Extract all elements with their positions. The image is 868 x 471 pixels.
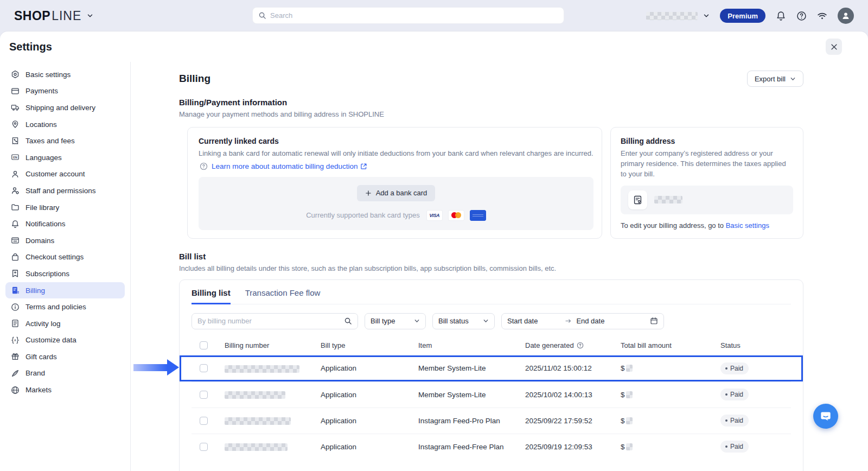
select-all-checkbox[interactable] — [200, 341, 208, 349]
row-checkbox[interactable] — [200, 391, 208, 399]
amount-redacted — [626, 391, 633, 398]
chat-support-button[interactable] — [813, 404, 838, 429]
folder-icon — [11, 203, 20, 212]
sidebar-item-subscriptions[interactable]: Subscriptions — [5, 265, 125, 282]
sidebar-item-label: Billing — [25, 287, 45, 295]
cell-amount-prefix: $ — [621, 391, 625, 399]
global-search[interactable] — [252, 7, 564, 24]
sidebar-item-brand[interactable]: Brand — [5, 365, 125, 382]
truck-icon — [11, 103, 20, 112]
basic-settings-link[interactable]: Basic settings — [726, 221, 769, 230]
sidebar-item-taxes[interactable]: Taxes and fees — [5, 132, 125, 149]
billing-number-search[interactable] — [192, 313, 358, 329]
bill-status-select[interactable]: Bill status — [432, 313, 495, 329]
col-bill-type: Bill type — [321, 341, 418, 349]
sidebar-item-terms-policies[interactable]: Terms and policies — [5, 298, 125, 315]
table-row-highlighted[interactable]: Application Member System-Lite 2025/11/0… — [180, 355, 803, 381]
billing-address-redacted — [654, 196, 682, 203]
billing-number-search-input[interactable] — [197, 317, 344, 325]
cell-date-generated: 2025/11/02 15:00:12 — [525, 364, 621, 372]
bill-list-tabs: Billing list Transaction Fee flow — [192, 288, 791, 304]
learn-more-link[interactable]: Learn more about automatic billing deduc… — [212, 162, 367, 170]
tab-transaction-fee-flow[interactable]: Transaction Fee flow — [245, 288, 321, 304]
visa-logo: VISA — [426, 210, 443, 221]
add-bank-card-button[interactable]: Add a bank card — [357, 185, 436, 201]
row-checkbox[interactable] — [200, 364, 208, 372]
table-row[interactable]: Application Instagram Feed-Free Plan 202… — [192, 434, 791, 460]
close-settings-button[interactable] — [826, 39, 842, 55]
cell-bill-type: Application — [321, 417, 418, 425]
row-checkbox[interactable] — [200, 443, 208, 451]
sidebar-item-label: Brand — [25, 369, 45, 377]
settings-sidebar: Basic settings Payments Shipping and del… — [0, 62, 131, 471]
question-circle-icon[interactable] — [577, 342, 584, 349]
user-avatar[interactable] — [838, 8, 854, 24]
shopping-bag-icon — [11, 253, 20, 262]
shopline-logo[interactable]: SHOPLINE — [14, 9, 93, 23]
sidebar-item-languages[interactable]: Languages — [5, 149, 125, 166]
billing-number-redacted — [225, 365, 299, 373]
bill-list-card: Billing list Transaction Fee flow Bill t… — [179, 279, 803, 471]
sidebar-item-domains[interactable]: Domains — [5, 232, 125, 249]
payment-info-subtitle: Manage your payment methods and billing … — [179, 110, 803, 118]
premium-badge[interactable]: Premium — [720, 9, 765, 23]
sidebar-item-notifications[interactable]: Notifications — [5, 215, 125, 232]
store-switcher[interactable] — [646, 12, 710, 20]
sidebar-item-label: Customer account — [25, 170, 85, 178]
sidebar-item-label: Activity log — [25, 320, 61, 328]
cell-bill-type: Application — [321, 443, 418, 451]
sidebar-item-activity-log[interactable]: Activity log — [5, 315, 125, 332]
sidebar-item-billing[interactable]: Billing — [5, 282, 125, 299]
linked-cards-title: Currently linked cards — [199, 137, 593, 145]
plus-icon — [365, 190, 372, 196]
logo-text-bold: SHOP — [14, 9, 50, 23]
bill-type-label: Bill type — [371, 317, 395, 325]
sidebar-item-file-library[interactable]: File library — [5, 199, 125, 216]
annotation-arrow — [133, 359, 179, 375]
row-checkbox[interactable] — [200, 417, 208, 425]
sidebar-item-locations[interactable]: Locations — [5, 116, 125, 133]
billing-content: Billing Export bill Billing/Payment info… — [131, 62, 868, 471]
cell-item: Member System-Lite — [418, 391, 525, 399]
table-row[interactable]: Application Member System-Lite 2025/10/0… — [192, 381, 791, 408]
chevron-down-icon — [414, 318, 420, 324]
date-range-picker[interactable]: Start date End date — [501, 313, 664, 329]
edit-address-hint: To edit your billing address, go to — [621, 221, 724, 230]
sidebar-item-staff-permissions[interactable]: Staff and permissions — [5, 182, 125, 199]
premium-label: Premium — [727, 12, 758, 20]
sidebar-item-basic-settings[interactable]: Basic settings — [5, 66, 125, 83]
sidebar-item-markets[interactable]: Markets — [5, 381, 125, 398]
sidebar-item-checkout-settings[interactable]: Checkout settings — [5, 249, 125, 266]
cell-date-generated: 2025/09/22 17:59:52 — [525, 417, 621, 425]
sidebar-item-customer-account[interactable]: Customer account — [5, 166, 125, 183]
help-icon[interactable] — [796, 11, 807, 21]
calendar-icon — [650, 317, 658, 325]
sidebar-item-customize-data[interactable]: Customize data — [5, 332, 125, 349]
billing-doc-icon — [11, 286, 20, 295]
chevron-down-icon — [483, 318, 489, 324]
sidebar-item-payments[interactable]: Payments — [5, 83, 125, 100]
wifi-status-icon[interactable] — [817, 11, 827, 21]
tab-billing-list[interactable]: Billing list — [192, 288, 231, 304]
amex-logo — [470, 210, 486, 221]
sidebar-item-gift-cards[interactable]: Gift cards — [5, 348, 125, 365]
billing-number-redacted — [225, 391, 285, 399]
bill-list-subtitle: Includes all billing details under this … — [179, 264, 803, 272]
linked-cards-card: Currently linked cards Linking a bank ca… — [187, 127, 602, 239]
bill-list-title: Bill list — [179, 252, 803, 261]
location-pin-icon — [11, 120, 20, 129]
linked-cards-empty-panel: Add a bank card Currently supported bank… — [199, 177, 593, 230]
export-bill-button[interactable]: Export bill — [747, 71, 803, 87]
global-search-input[interactable] — [270, 11, 558, 20]
bill-type-select[interactable]: Bill type — [365, 313, 426, 329]
cell-item: Instagram Feed-Free Plan — [418, 443, 525, 451]
sidebar-item-label: File library — [25, 203, 59, 212]
receipt-icon — [11, 137, 20, 145]
sidebar-item-shipping[interactable]: Shipping and delivery — [5, 99, 125, 116]
notifications-bell-icon[interactable] — [776, 11, 786, 21]
learn-more-label: Learn more about automatic billing deduc… — [212, 162, 358, 170]
table-row[interactable]: Application Instagram Feed-Pro Plan 2025… — [192, 408, 791, 434]
amount-redacted — [626, 417, 633, 424]
billing-address-panel — [621, 186, 793, 214]
cell-amount-prefix: $ — [621, 364, 625, 372]
